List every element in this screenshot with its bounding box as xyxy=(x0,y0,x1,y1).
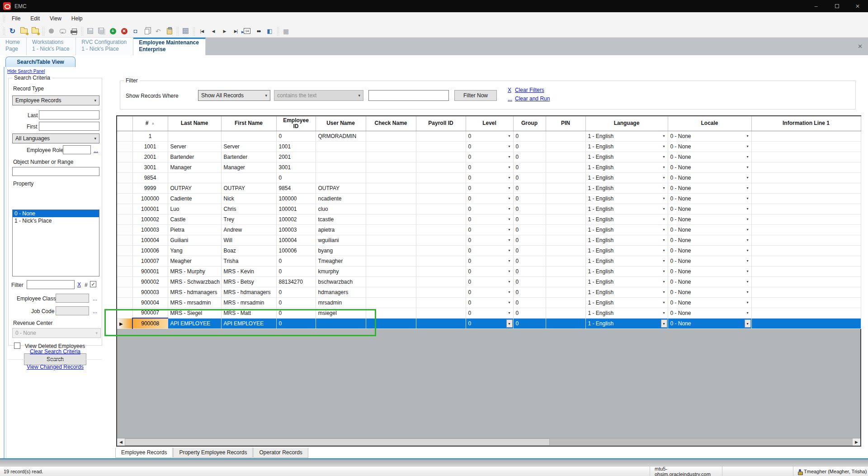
cell-last[interactable]: MRS - hdmanagers xyxy=(168,287,221,297)
cell-group[interactable]: 0 xyxy=(513,172,546,183)
enterprise-building-icon[interactable] xyxy=(180,26,191,37)
chevron-down-icon[interactable]: ▾ xyxy=(661,319,667,328)
cell-info[interactable] xyxy=(751,266,861,276)
cell-last[interactable]: MRS - mrsadmin xyxy=(168,297,221,308)
cell-number[interactable]: 900003 xyxy=(132,287,168,297)
cell-group[interactable]: 0 xyxy=(513,224,546,235)
cell-check[interactable] xyxy=(366,152,416,162)
cell-info[interactable] xyxy=(751,141,861,152)
chevron-down-icon[interactable]: ▾ xyxy=(745,143,751,151)
cell-empid[interactable]: 100006 xyxy=(276,245,316,256)
cell-number[interactable]: 100003 xyxy=(132,224,168,235)
cell-number[interactable]: 1 xyxy=(132,131,168,141)
cell-number[interactable]: 100004 xyxy=(132,235,168,245)
cell-number[interactable]: 900002 xyxy=(132,276,168,287)
chevron-down-icon[interactable]: ▾ xyxy=(661,143,667,151)
cell-payroll[interactable] xyxy=(416,152,466,162)
cell-first[interactable]: MRS - mrsadmin xyxy=(221,297,276,308)
row-selector[interactable] xyxy=(117,141,132,152)
cell-check[interactable] xyxy=(366,141,416,152)
chevron-down-icon[interactable]: ▾ xyxy=(745,215,751,224)
cell-locale[interactable]: 0 - None▾ xyxy=(668,235,751,245)
chevron-down-icon[interactable]: ▾ xyxy=(506,132,513,140)
clear-filters-link[interactable]: Clear Filters xyxy=(515,87,544,93)
cell-user[interactable]: wguiliani xyxy=(316,235,366,245)
cell-empid[interactable]: 0 xyxy=(276,256,316,266)
job-code-ellipsis[interactable]: ... xyxy=(93,308,97,314)
cell-info[interactable] xyxy=(751,287,861,297)
chevron-down-icon[interactable]: ▾ xyxy=(506,143,513,151)
cell-payroll[interactable] xyxy=(416,162,466,172)
cell-info[interactable] xyxy=(751,162,861,172)
cell-empid[interactable]: 100004 xyxy=(276,235,316,245)
cell-last[interactable]: MRS - Murphy xyxy=(168,266,221,276)
cell-last[interactable] xyxy=(168,131,221,141)
cell-group[interactable]: 0 xyxy=(513,256,546,266)
cell-first[interactable]: Will xyxy=(221,235,276,245)
cell-locale[interactable]: 0 - None▾ xyxy=(668,204,751,214)
chevron-down-icon[interactable]: ▾ xyxy=(506,257,513,265)
chevron-down-icon[interactable]: ▾ xyxy=(745,288,751,296)
cell-locale[interactable]: 0 - None▾ xyxy=(668,193,751,204)
chevron-down-icon[interactable]: ▾ xyxy=(661,184,667,192)
chevron-down-icon[interactable]: ▾ xyxy=(506,319,513,328)
col-header-group[interactable]: Group xyxy=(513,116,546,131)
col-header-check-name[interactable]: Check Name xyxy=(366,116,416,131)
chevron-down-icon[interactable]: ▾ xyxy=(506,153,513,161)
job-code-input[interactable] xyxy=(56,306,89,315)
cell-language[interactable]: 1 - English▾ xyxy=(585,204,668,214)
cell-empid[interactable]: 100000 xyxy=(276,193,316,204)
cell-check[interactable] xyxy=(366,214,416,224)
filter-text-input[interactable] xyxy=(368,90,449,101)
cell-check[interactable] xyxy=(366,204,416,214)
menu-edit[interactable]: Edit xyxy=(25,14,45,24)
cell-check[interactable] xyxy=(366,131,416,141)
employee-role-input[interactable] xyxy=(63,145,91,154)
table-row[interactable]: 100000CadienteNick100000ncadiente0▾01 - … xyxy=(117,193,861,204)
scrollbar-thumb[interactable] xyxy=(125,438,550,446)
cell-payroll[interactable] xyxy=(416,318,466,328)
cell-user[interactable]: cluo xyxy=(316,204,366,214)
save-all-icon[interactable] xyxy=(96,26,107,37)
cell-level[interactable]: 0▾ xyxy=(466,152,513,162)
cell-number[interactable]: 900004 xyxy=(132,297,168,308)
cell-first[interactable]: Trisha xyxy=(221,256,276,266)
table-view-icon[interactable]: ▦ xyxy=(280,26,292,37)
chevron-down-icon[interactable]: ▾ xyxy=(745,257,751,265)
cell-number[interactable]: 100000 xyxy=(132,193,168,204)
cell-empid[interactable]: 0 xyxy=(276,172,316,183)
row-selector[interactable]: ▶ xyxy=(117,318,132,328)
menu-help[interactable]: Help xyxy=(66,14,88,24)
cell-payroll[interactable] xyxy=(416,131,466,141)
cell-payroll[interactable] xyxy=(416,245,466,256)
cell-language[interactable]: 1 - English▾ xyxy=(585,131,668,141)
col-header-locale[interactable]: Locale xyxy=(668,116,751,131)
cell-level[interactable]: 0▾ xyxy=(466,235,513,245)
cell-empid[interactable]: 9854 xyxy=(276,183,316,193)
table-row[interactable]: 900001MRS - MurphyMRS - Kevin0kmurphy0▾0… xyxy=(117,266,861,276)
cell-locale[interactable]: 0 - None▾ xyxy=(668,297,751,308)
cell-group[interactable]: 0 xyxy=(513,287,546,297)
goto-date-icon[interactable]: 14 xyxy=(241,26,253,37)
table-row[interactable]: 100004GuilianiWill100004wguiliani0▾01 - … xyxy=(117,235,861,245)
cell-first[interactable]: Trey xyxy=(221,214,276,224)
cell-first[interactable]: Chris xyxy=(221,204,276,214)
refresh-icon[interactable]: ↻ xyxy=(7,26,18,37)
minimize-button[interactable]: – xyxy=(806,0,826,12)
cell-level[interactable]: 0▾ xyxy=(466,141,513,152)
cell-first[interactable]: Manager xyxy=(221,162,276,172)
cell-last[interactable]: Yang xyxy=(168,245,221,256)
cell-level[interactable]: 0▾ xyxy=(466,193,513,204)
cell-number[interactable]: 100001 xyxy=(132,204,168,214)
insert-record-icon[interactable]: + xyxy=(107,26,118,37)
cell-payroll[interactable] xyxy=(416,266,466,276)
cell-info[interactable] xyxy=(751,318,861,328)
cell-last[interactable]: Luo xyxy=(168,204,221,214)
hash-checkbox[interactable]: ✓ xyxy=(90,281,96,287)
cell-group[interactable]: 0 xyxy=(513,308,546,318)
cell-language[interactable]: 1 - English▾ xyxy=(585,276,668,287)
table-row[interactable]: 1001ServerServer10010▾01 - English▾0 - N… xyxy=(117,141,861,152)
cell-number[interactable]: 100007 xyxy=(132,256,168,266)
cell-payroll[interactable] xyxy=(416,308,466,318)
row-selector[interactable] xyxy=(117,245,132,256)
